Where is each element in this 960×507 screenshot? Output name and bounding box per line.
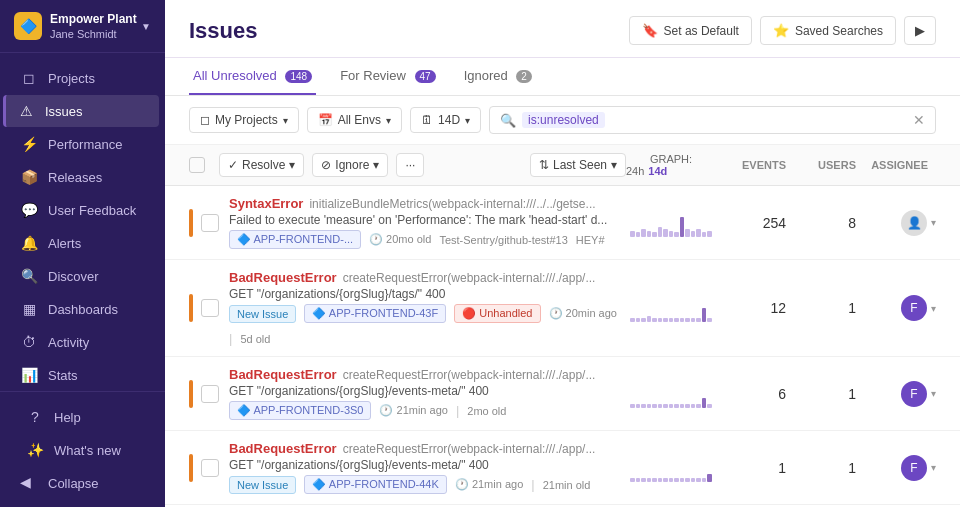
- error-type: BadRequestError: [229, 441, 337, 456]
- resolve-button[interactable]: ✓ Resolve ▾: [219, 153, 304, 177]
- search-bar[interactable]: 🔍 is:unresolved ✕: [489, 106, 936, 134]
- check-icon: ✓: [228, 158, 238, 172]
- separator: |: [456, 403, 459, 418]
- sidebar-nav: ◻ Projects ⚠ Issues ⚡ Performance 📦 Rele…: [0, 53, 165, 391]
- sidebar-item-label: Help: [54, 410, 81, 425]
- page-title: Issues: [189, 18, 258, 44]
- sidebar-item-label: Performance: [48, 137, 122, 152]
- sidebar-item-dashboards[interactable]: ▦ Dashboards: [6, 293, 159, 325]
- event-count: 254: [716, 215, 786, 231]
- resolve-label: Resolve: [242, 158, 285, 172]
- chevron-down-icon: ▾: [611, 158, 617, 172]
- star-icon: ⭐: [773, 23, 789, 38]
- tab-label: For Review: [340, 68, 406, 83]
- select-all-checkbox[interactable]: [189, 157, 219, 173]
- table-row[interactable]: BadRequestError createRequestError(webpa…: [165, 357, 960, 431]
- error-path: initializeBundleMetrics(webpack-internal…: [309, 197, 595, 211]
- tab-for-review[interactable]: For Review 47: [336, 58, 440, 95]
- test-meta: Test-Sentry/github-test#13: [439, 234, 567, 246]
- chevron-down-icon[interactable]: ▾: [931, 217, 936, 228]
- all-envs-filter[interactable]: 📅 All Envs ▾: [307, 107, 402, 133]
- more-actions-button[interactable]: ···: [396, 153, 424, 177]
- issue-graph: [626, 454, 716, 482]
- assignee-cell[interactable]: F ▾: [856, 381, 936, 407]
- row-checkbox[interactable]: [201, 459, 219, 477]
- time-meta: 🕐 20min ago: [549, 307, 617, 320]
- chevron-icon: ▾: [289, 158, 295, 172]
- sidebar-item-whats-new[interactable]: ✨ What's new: [12, 434, 153, 466]
- time-range-filter[interactable]: 🗓 14D ▾: [410, 107, 481, 133]
- age-meta: 🕐 20mo old: [369, 233, 431, 246]
- ignore-button[interactable]: ⊘ Ignore ▾: [312, 153, 388, 177]
- age-meta: 2mo old: [467, 405, 506, 417]
- collapse-button[interactable]: ◀ Collapse: [6, 467, 159, 499]
- error-type: SyntaxError: [229, 196, 303, 211]
- chevron-down-icon: ▾: [386, 115, 391, 126]
- sidebar-item-help[interactable]: ? Help: [12, 401, 153, 433]
- table-row[interactable]: BadRequestError createRequestError(webpa…: [165, 260, 960, 357]
- issue-content: BadRequestError createRequestError(webpa…: [229, 367, 626, 420]
- sidebar-item-discover[interactable]: 🔍 Discover: [6, 260, 159, 292]
- error-path: createRequestError(webpack-internal:///.…: [343, 368, 596, 382]
- chevron-down-icon[interactable]: ▾: [931, 388, 936, 399]
- issue-meta: 🔷 APP-FRONTEND-3S0 🕐 21min ago | 2mo old: [229, 401, 626, 420]
- assignee-cell[interactable]: 👤 ▾: [856, 210, 936, 236]
- saved-searches-button[interactable]: ⭐ Saved Searches: [760, 16, 896, 45]
- user-count: 1: [786, 300, 856, 316]
- row-checkbox[interactable]: [201, 214, 219, 232]
- sidebar-item-alerts[interactable]: 🔔 Alerts: [6, 227, 159, 259]
- sidebar-item-issues[interactable]: ⚠ Issues: [3, 95, 159, 127]
- graph-label: GRAPH:: [650, 153, 692, 165]
- table-row[interactable]: SyntaxError initializeBundleMetrics(webp…: [165, 186, 960, 260]
- graph-14d-label[interactable]: 14d: [648, 165, 667, 177]
- tab-all-unresolved[interactable]: All Unresolved 148: [189, 58, 316, 95]
- set-default-button[interactable]: 🔖 Set as Default: [629, 16, 752, 45]
- graph-24h-label[interactable]: 24h: [626, 165, 644, 177]
- table-row[interactable]: BadRequestError createRequestError(webpa…: [165, 431, 960, 505]
- org-switcher[interactable]: 🔷 Empower Plant Jane Schmidt ▼: [0, 0, 165, 53]
- graph-header: GRAPH: 24h 14d: [626, 153, 716, 177]
- chevron-down-icon: ▾: [283, 115, 288, 126]
- chevron-down-icon[interactable]: ▾: [931, 303, 936, 314]
- row-checkbox[interactable]: [201, 385, 219, 403]
- releases-icon: 📦: [20, 168, 38, 186]
- tab-ignored[interactable]: Ignored 2: [460, 58, 536, 95]
- search-clear-button[interactable]: ✕: [913, 112, 925, 128]
- sort-icon: ⇅: [539, 158, 549, 172]
- discover-icon: 🔍: [20, 267, 38, 285]
- event-count: 12: [716, 300, 786, 316]
- time-meta: 🕐 21min ago: [379, 404, 447, 417]
- sidebar-item-activity[interactable]: ⏱ Activity: [6, 326, 159, 358]
- sidebar-item-projects[interactable]: ◻ Projects: [6, 62, 159, 94]
- sidebar-item-performance[interactable]: ⚡ Performance: [6, 128, 159, 160]
- age-meta: 5d old: [240, 333, 270, 345]
- run-button[interactable]: ▶: [904, 16, 936, 45]
- last-seen-sort[interactable]: ⇅ Last Seen ▾: [530, 153, 626, 177]
- assignee-cell[interactable]: F ▾: [856, 295, 936, 321]
- tab-count: 148: [285, 70, 312, 83]
- ignore-icon: ⊘: [321, 158, 331, 172]
- saved-searches-label: Saved Searches: [795, 24, 883, 38]
- issue-title-row: BadRequestError createRequestError(webpa…: [229, 441, 626, 456]
- issue-title-row: BadRequestError createRequestError(webpa…: [229, 270, 626, 285]
- help-icon: ?: [26, 408, 44, 426]
- issue-graph: [626, 209, 716, 237]
- header-actions: 🔖 Set as Default ⭐ Saved Searches ▶: [629, 16, 936, 45]
- my-projects-filter[interactable]: ◻ My Projects ▾: [189, 107, 299, 133]
- alerts-icon: 🔔: [20, 234, 38, 252]
- row-checkbox[interactable]: [201, 299, 219, 317]
- my-projects-label: My Projects: [215, 113, 278, 127]
- error-path: createRequestError(webpack-internal:///.…: [343, 442, 596, 456]
- sidebar-item-user-feedback[interactable]: 💬 User Feedback: [6, 194, 159, 226]
- chevron-down-icon[interactable]: ▾: [931, 462, 936, 473]
- id-meta: HEY#: [576, 234, 605, 246]
- assignee-cell[interactable]: F ▾: [856, 455, 936, 481]
- issue-title-row: BadRequestError createRequestError(webpa…: [229, 367, 626, 382]
- stats-icon: 📊: [20, 366, 38, 384]
- graph-time-labels: 24h 14d: [626, 165, 716, 177]
- tab-count: 47: [415, 70, 436, 83]
- sidebar-item-releases[interactable]: 📦 Releases: [6, 161, 159, 193]
- sidebar-item-stats[interactable]: 📊 Stats: [6, 359, 159, 391]
- app-tag: 🔷 APP-FRONTEND-43F: [304, 304, 446, 323]
- org-icon: 🔷: [14, 12, 42, 40]
